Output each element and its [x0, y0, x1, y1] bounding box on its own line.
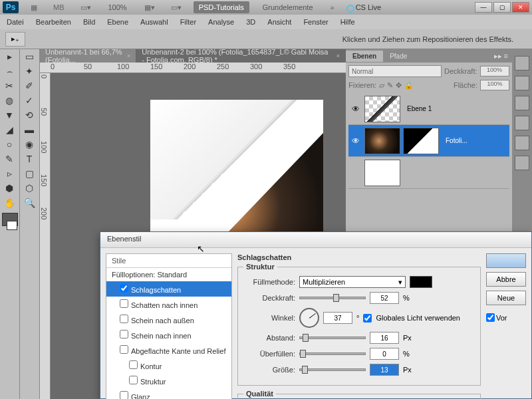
hand-tool[interactable]: ✋ [0, 196, 19, 210]
tab-ebenen[interactable]: Ebenen [346, 51, 383, 62]
menu-ebene[interactable]: Ebene [107, 18, 128, 26]
shadow-color-swatch[interactable] [410, 276, 432, 288]
menu-bild[interactable]: Bild [83, 18, 95, 26]
checkbox[interactable] [120, 299, 128, 308]
eraser-tool[interactable]: ◢ [0, 122, 19, 137]
style-item-innerglow[interactable]: Schein nach innen [106, 327, 231, 342]
style-item-satin[interactable]: Glanz [106, 388, 231, 399]
menu-auswahl[interactable]: Auswahl [140, 18, 168, 26]
text-tool[interactable]: T [20, 152, 39, 166]
style-item-texture[interactable]: Struktur [106, 373, 231, 388]
blur-tool[interactable]: ◉ [20, 137, 39, 152]
adjustments-panel-icon[interactable] [515, 116, 529, 130]
doc-tab-1[interactable]: Unbenannt-1 bei 66,7% (Fotolia...× [40, 49, 136, 63]
dodge-tool[interactable]: ○ [0, 137, 19, 152]
minimize-button[interactable]: — [475, 2, 492, 13]
checkbox[interactable] [120, 391, 128, 399]
move-tool[interactable]: ▸ [0, 49, 19, 64]
menu-hilfe[interactable]: Hilfe [340, 18, 355, 26]
style-item-bevel[interactable]: Abgeflachte Kante und Relief [106, 342, 231, 358]
workspace-tab-essentials[interactable]: Grundelemente [257, 3, 319, 11]
spread-slider[interactable] [299, 352, 366, 355]
eyedropper-tool[interactable]: ✐ [20, 78, 39, 93]
masks-panel-icon[interactable] [515, 136, 529, 150]
opacity-slider[interactable] [299, 297, 366, 299]
minibridge-icon[interactable]: MB [49, 2, 68, 13]
preview-checkbox[interactable] [486, 313, 495, 322]
style-item-innershadow[interactable]: Schatten nach innen [106, 297, 231, 312]
shape-tool[interactable]: ▢ [20, 166, 39, 181]
global-light-checkbox[interactable] [363, 314, 372, 323]
more-icon[interactable]: » [327, 2, 338, 13]
opacity-input[interactable]: 100% [480, 66, 509, 76]
3d-tool[interactable]: ⬢ [0, 181, 19, 196]
history-tool[interactable]: ⟲ [20, 108, 39, 122]
panel-menu-icon[interactable]: ▸▸ ≡ [490, 52, 512, 61]
wand-tool[interactable]: ✦ [20, 64, 39, 78]
menu-3d[interactable]: 3D [246, 18, 255, 26]
close-icon[interactable]: × [336, 53, 340, 59]
angle-dial[interactable] [299, 308, 319, 328]
distance-input[interactable] [370, 332, 399, 344]
new-style-button[interactable]: Neue [486, 291, 526, 305]
tab-pfade[interactable]: Pfade [383, 51, 414, 62]
menu-fenster[interactable]: Fenster [303, 18, 328, 26]
spread-input[interactable] [370, 348, 399, 360]
color-panel-icon[interactable] [515, 56, 529, 70]
size-input[interactable] [370, 364, 399, 376]
layer-row[interactable]: 👁 Ebene 1 [348, 93, 509, 125]
crop-tool[interactable]: ✂ [0, 78, 19, 93]
menu-datei[interactable]: Datei [7, 18, 24, 26]
style-item-dropshadow[interactable]: Schlagschatten [106, 281, 231, 297]
checkbox[interactable] [120, 315, 128, 323]
arrange-icon[interactable]: ▦▾ [140, 2, 159, 13]
styles-panel-icon[interactable] [515, 96, 529, 110]
stamp-tool[interactable]: ▼ [0, 108, 19, 122]
size-slider[interactable] [299, 368, 366, 371]
workspace-tab-psd[interactable]: PSD-Tutorials [194, 1, 249, 13]
checkbox[interactable] [129, 376, 138, 384]
lock-move-icon[interactable]: ✥ [396, 81, 402, 90]
ok-button[interactable] [486, 253, 526, 268]
layer-row-selected[interactable]: 👁 Fotoli... [348, 125, 509, 157]
doc-tab-2[interactable]: Unbenannt-2 bei 100% (Fotolia_1654837_L©… [136, 49, 346, 63]
style-item-outerglow[interactable]: Schein nach außen [106, 312, 231, 327]
angle-input[interactable] [323, 312, 352, 324]
path-tool[interactable]: ▹ [0, 166, 19, 181]
cancel-button[interactable]: Abbre [486, 272, 526, 287]
screen-icon[interactable]: ▭▾ [167, 2, 186, 13]
bridge-icon[interactable]: ▦ [27, 2, 41, 13]
maximize-button[interactable]: ▢ [493, 2, 511, 13]
menu-ansicht[interactable]: Ansicht [267, 18, 291, 26]
close-icon[interactable]: × [127, 53, 130, 59]
checkbox[interactable] [120, 330, 128, 338]
eye-icon[interactable]: 👁 [350, 136, 362, 146]
move-tool-indicator[interactable]: ▸₊ [5, 32, 25, 47]
zoom-tool[interactable]: 🔍 [20, 196, 39, 210]
3d-cam-tool[interactable]: ⬡ [20, 181, 39, 196]
background-color[interactable] [7, 221, 17, 230]
fillmode-combo[interactable]: Multiplizieren▾ [299, 276, 406, 288]
gradient-tool[interactable]: ▬ [20, 122, 39, 137]
zoom-combo[interactable]: 100% [103, 3, 132, 11]
pen-tool[interactable]: ✎ [0, 152, 19, 166]
blend-options-item[interactable]: Füllloptionen: Standard [106, 268, 231, 281]
style-item-contour[interactable]: Kontur [106, 358, 231, 373]
dropshadow-checkbox[interactable] [120, 284, 128, 293]
lasso-tool[interactable]: ⌢ [0, 64, 19, 78]
lock-brush-icon[interactable]: ✎ [387, 81, 393, 90]
brush-tool[interactable]: ✓ [20, 93, 39, 108]
swatches-panel-icon[interactable] [515, 76, 529, 90]
info-panel-icon[interactable] [515, 156, 529, 170]
blend-mode-combo[interactable]: Normal [348, 65, 442, 77]
lock-all-icon[interactable]: 🔒 [404, 81, 414, 90]
marquee-tool[interactable]: ▭ [20, 49, 39, 64]
fill-input[interactable]: 100% [480, 80, 509, 90]
opacity-input[interactable] [370, 292, 399, 304]
view-icon[interactable]: ▭▾ [76, 2, 95, 13]
eye-icon[interactable]: 👁 [350, 104, 362, 114]
menu-filter[interactable]: Filter [180, 18, 196, 26]
close-button[interactable]: ✕ [512, 2, 529, 13]
menu-bearbeiten[interactable]: Bearbeiten [36, 18, 71, 26]
lock-pixels-icon[interactable]: ▱ [379, 81, 384, 90]
